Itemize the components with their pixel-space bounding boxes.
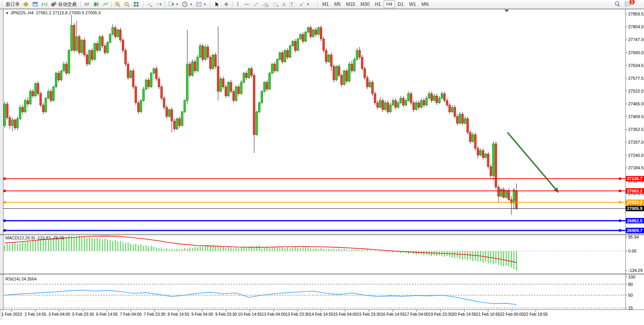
gold-tag-icon[interactable] bbox=[21, 0, 31, 9]
window-left-edge bbox=[0, 9, 3, 320]
svg-text:9 Feb 04:00: 9 Feb 04:00 bbox=[191, 312, 213, 316]
svg-text:7 Feb 04:00: 7 Feb 04:00 bbox=[120, 312, 142, 316]
vertical-line-icon[interactable] bbox=[234, 0, 242, 9]
toolbar-grip[interactable] bbox=[1, 1, 3, 7]
svg-text:3 Feb 04:00: 3 Feb 04:00 bbox=[48, 312, 70, 316]
notification-badge: 1 bbox=[629, 0, 635, 5]
toolbar-grip[interactable] bbox=[142, 1, 144, 7]
chart-title-bar[interactable]: ▼JPN225-,H4 27081.2 27115.8 27000.5 2700… bbox=[5, 10, 101, 15]
toolbar-grip[interactable] bbox=[79, 1, 81, 7]
cursor-icon[interactable] bbox=[212, 0, 222, 9]
svg-text:27083.2: 27083.2 bbox=[627, 189, 642, 193]
chart-shift-icon[interactable] bbox=[154, 0, 164, 9]
svg-text:27240.0: 27240.0 bbox=[628, 153, 644, 158]
svg-text:-134.29: -134.29 bbox=[628, 268, 642, 273]
macd-indicator-label: MACD(12,26,9) -123.83 -78.75 bbox=[5, 236, 64, 240]
candlestick-icon[interactable] bbox=[92, 0, 101, 9]
hline-27033.2[interactable]: 27033.2 bbox=[3, 199, 644, 205]
tf-mn-button[interactable]: MN bbox=[419, 0, 431, 8]
autotrade-button[interactable]: 自动交易 bbox=[49, 0, 78, 9]
svg-text:27409.5: 27409.5 bbox=[628, 114, 644, 119]
chat-notification-button[interactable]: 1 bbox=[622, 0, 633, 9]
channel-icon[interactable]: E bbox=[261, 0, 271, 9]
new-order-button[interactable]: 新订单 bbox=[4, 0, 21, 9]
rsi-axis[interactable]: 100805015 bbox=[625, 275, 635, 311]
candlesticks bbox=[4, 15, 518, 215]
svg-text:27859.5: 27859.5 bbox=[628, 12, 644, 16]
periods-button[interactable]: ▼ bbox=[180, 0, 194, 9]
svg-text:16 Feb 14:55: 16 Feb 14:55 bbox=[381, 312, 405, 316]
svg-text:E: E bbox=[267, 5, 268, 7]
zoom-in-icon[interactable] bbox=[113, 0, 122, 9]
horizontal-line-icon[interactable] bbox=[242, 0, 251, 9]
svg-text:7 Feb 23:30: 7 Feb 23:30 bbox=[144, 312, 166, 316]
svg-text:27136.7: 27136.7 bbox=[627, 176, 642, 181]
search-icon[interactable] bbox=[612, 0, 622, 9]
terminal-icon[interactable] bbox=[31, 0, 40, 9]
dropdown-caret-icon: ▼ bbox=[176, 3, 179, 6]
annotation-arrow[interactable] bbox=[507, 132, 559, 193]
trading-platform-window: 27859.527804.027747.027690.027634.527577… bbox=[0, 0, 644, 325]
auto-scroll-icon[interactable] bbox=[145, 0, 154, 9]
arrows-button[interactable]: ▼ bbox=[297, 0, 311, 9]
hline-27005.9[interactable]: 27005.9 bbox=[3, 206, 644, 211]
svg-text:27634.5: 27634.5 bbox=[628, 63, 644, 68]
svg-text:21 Feb 10:55: 21 Feb 10:55 bbox=[476, 312, 500, 316]
svg-text:27577.5: 27577.5 bbox=[628, 76, 644, 81]
hline-26909.7[interactable]: 26909.7 bbox=[3, 228, 644, 233]
svg-text:22 Feb 00:00: 22 Feb 00:00 bbox=[500, 312, 524, 316]
svg-text:F: F bbox=[277, 5, 278, 7]
toolbar-grip[interactable] bbox=[316, 1, 318, 7]
tf-m30-button[interactable]: M30 bbox=[358, 0, 372, 8]
bar-chart-icon[interactable] bbox=[82, 0, 92, 9]
rsi-indicator-label: RSI(14) 24.3564 bbox=[5, 277, 37, 281]
text-icon[interactable]: A bbox=[281, 0, 287, 9]
svg-text:13 Feb 23:30: 13 Feb 23:30 bbox=[285, 312, 309, 316]
tf-d1-button[interactable]: D1 bbox=[395, 0, 406, 8]
svg-text:27804.0: 27804.0 bbox=[628, 24, 644, 29]
line-chart-icon[interactable] bbox=[101, 0, 110, 9]
svg-text:19 Feb 23:30: 19 Feb 23:30 bbox=[429, 312, 453, 316]
svg-text:15 Feb 04:00: 15 Feb 04:00 bbox=[333, 312, 357, 316]
svg-text:8 Feb 14:55: 8 Feb 14:55 bbox=[167, 312, 189, 316]
signals-icon[interactable] bbox=[40, 0, 49, 9]
tf-h1-button[interactable]: H1 bbox=[372, 0, 383, 8]
svg-text:27297.0: 27297.0 bbox=[628, 140, 644, 144]
chart-area[interactable]: 27859.527804.027747.027690.027634.527577… bbox=[0, 0, 644, 325]
candlestick-chart-surface[interactable]: 27859.527804.027747.027690.027634.527577… bbox=[0, 0, 644, 325]
svg-text:27465.0: 27465.0 bbox=[628, 101, 644, 106]
macd-axis[interactable]: 95.940.00-134.29 bbox=[625, 235, 642, 273]
trendline-icon[interactable] bbox=[251, 0, 261, 9]
toolbar-grip[interactable] bbox=[209, 1, 211, 7]
tf-m1-button[interactable]: M1 bbox=[319, 0, 331, 8]
dropdown-caret-icon: ▼ bbox=[306, 3, 309, 6]
chart-shift-marker[interactable] bbox=[504, 10, 509, 12]
hline-27083.2[interactable]: 27083.2 bbox=[3, 188, 644, 194]
tf-w1-button[interactable]: W1 bbox=[406, 0, 419, 8]
templates-button[interactable]: ▼ bbox=[194, 0, 208, 9]
tf-m5-button[interactable]: M5 bbox=[331, 0, 343, 8]
svg-text:13 Feb 04:00: 13 Feb 04:00 bbox=[262, 312, 286, 316]
indicators-button[interactable]: ▼ bbox=[166, 0, 180, 9]
tf-m15-button[interactable]: M15 bbox=[343, 0, 358, 8]
tile-windows-icon[interactable] bbox=[132, 0, 141, 9]
crosshair-icon[interactable] bbox=[222, 0, 231, 9]
svg-text:80: 80 bbox=[628, 282, 633, 287]
dropdown-caret-icon: ▼ bbox=[203, 3, 207, 6]
toolbar-separator bbox=[111, 1, 112, 7]
svg-text:6 Feb 14:55: 6 Feb 14:55 bbox=[96, 312, 118, 316]
svg-text:50: 50 bbox=[628, 293, 633, 297]
svg-text:T: T bbox=[290, 2, 293, 7]
tf-h4-button[interactable]: H4 bbox=[384, 0, 395, 8]
zoom-out-icon[interactable] bbox=[122, 0, 132, 9]
dropdown-caret-icon: ▼ bbox=[190, 3, 193, 6]
hline-26952.5[interactable]: 26952.5 bbox=[3, 218, 644, 224]
text-label-icon[interactable]: T bbox=[287, 0, 297, 9]
symbol-dropdown-icon[interactable]: ▼ bbox=[5, 11, 9, 15]
time-axis[interactable]: 1 Feb 20232 Feb 14:553 Feb 04:005 Feb 23… bbox=[1, 310, 548, 316]
svg-text:14 Feb 14:55: 14 Feb 14:55 bbox=[309, 312, 333, 316]
fibonacci-icon[interactable]: F bbox=[271, 0, 281, 9]
svg-text:5 Feb 23:30: 5 Feb 23:30 bbox=[72, 312, 94, 316]
svg-text:15 Feb 23:30: 15 Feb 23:30 bbox=[357, 312, 381, 316]
svg-text:26952.5: 26952.5 bbox=[627, 218, 642, 223]
